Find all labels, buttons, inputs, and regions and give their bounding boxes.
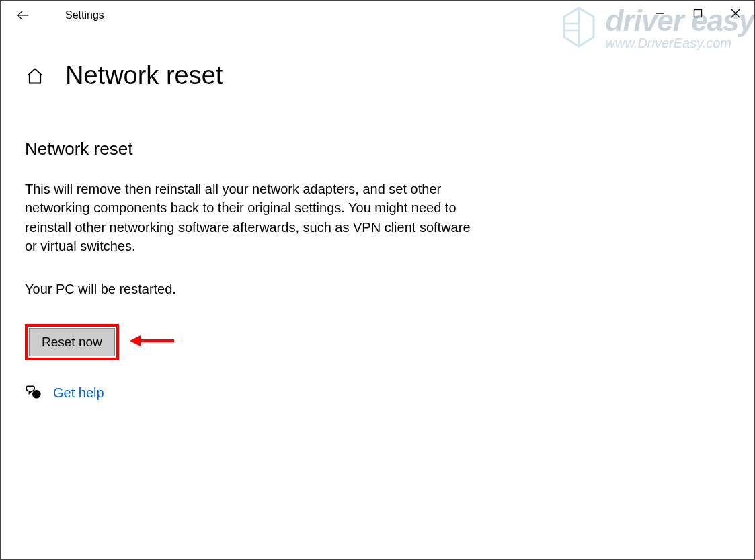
close-button[interactable] [717, 1, 754, 26]
restart-note: Your PC will be restarted. [25, 282, 471, 297]
back-button[interactable] [15, 2, 42, 29]
page-title: Network reset [65, 61, 223, 90]
get-help-link[interactable]: Get help [53, 385, 104, 401]
svg-marker-6 [130, 335, 141, 346]
app-title: Settings [65, 9, 104, 22]
chat-help-icon: ? [25, 383, 42, 403]
svg-text:?: ? [35, 392, 38, 398]
annotation-arrow-icon [128, 333, 175, 351]
reset-now-button[interactable]: Reset now [29, 328, 115, 356]
maximize-button[interactable] [679, 1, 717, 26]
annotation-highlight: Reset now [25, 324, 119, 360]
minimize-button[interactable] [641, 1, 679, 26]
svg-rect-2 [694, 10, 702, 17]
section-heading: Network reset [25, 138, 471, 159]
home-button[interactable] [25, 66, 45, 86]
watermark-url: www.DriverEasy.com [606, 37, 754, 49]
description-text: This will remove then reinstall all your… [25, 179, 471, 256]
